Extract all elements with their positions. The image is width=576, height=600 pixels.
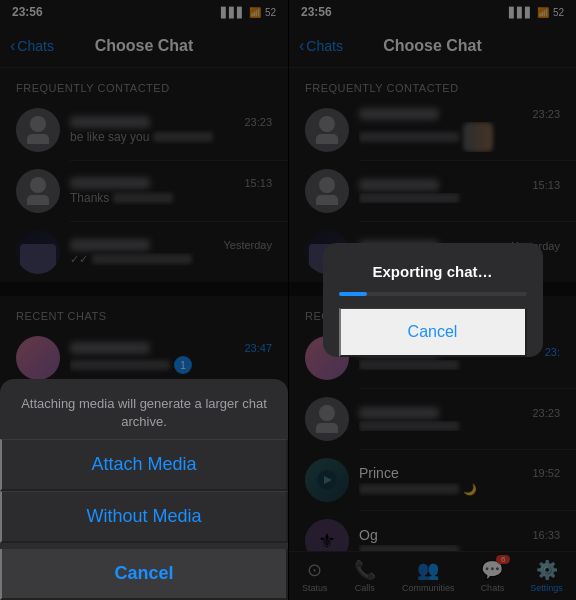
left-panel: 23:56 ▋▋▋ 📶 52 ‹ Chats Choose Chat FREQU… [0,0,288,600]
without-media-button[interactable]: Without Media [0,491,288,543]
cancel-dialog-button[interactable]: Cancel [0,549,288,600]
progress-dialog: Exporting chat… Cancel [289,0,576,600]
progress-bar-fill [339,292,367,296]
attach-dialog: Attaching media will generate a larger c… [0,379,288,600]
progress-title: Exporting chat… [339,263,527,280]
dialog-overlay-left: Attaching media will generate a larger c… [0,0,288,600]
progress-box: Exporting chat… Cancel [323,243,543,357]
progress-bar-container [339,292,527,296]
attach-media-button[interactable]: Attach Media [0,439,288,491]
right-panel: 23:56 ▋▋▋ 📶 52 ‹ Chats Choose Chat FREQU… [288,0,576,600]
dialog-message: Attaching media will generate a larger c… [20,395,268,431]
dialog-content: Attaching media will generate a larger c… [0,379,288,439]
progress-cancel-button[interactable]: Cancel [339,308,527,357]
